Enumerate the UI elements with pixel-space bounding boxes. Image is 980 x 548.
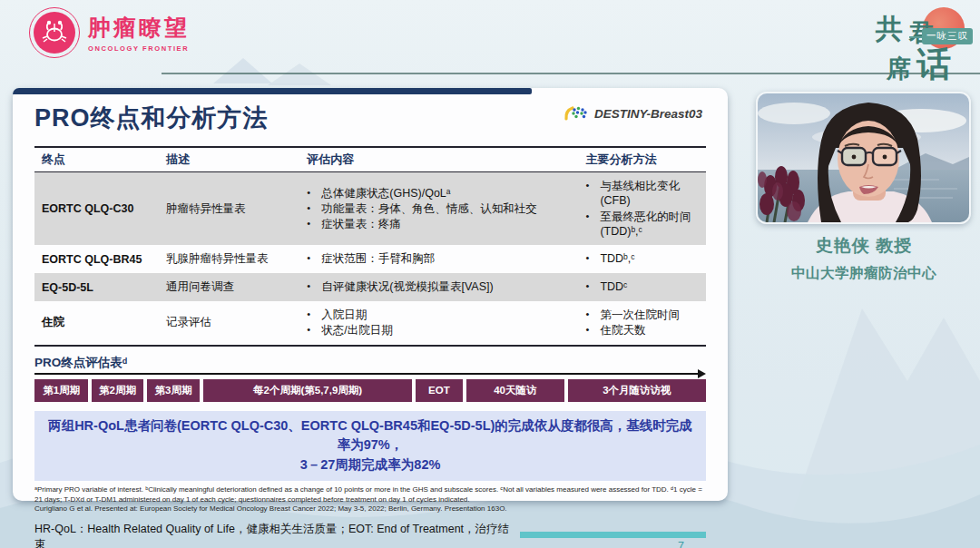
- speaker-portrait: [758, 93, 969, 222]
- timeline-box-cycle2: 第2周期: [92, 379, 142, 402]
- timeline-box-every2cycles: 每2个周期(第5,7,9周期): [203, 379, 412, 402]
- table-row: EORTC QLQ-BR45 乳腺肿瘤特异性量表 症状范围：手臂和胸部 TDDᵇ…: [34, 245, 706, 273]
- crab-badge-icon: [29, 7, 80, 58]
- key-message-box: 两组HR-QoL患者问卷(EORTC QLQ-C30、EORTC QLQ-BR4…: [34, 411, 706, 481]
- brand-title: 肿瘤瞭望: [88, 13, 190, 43]
- timeline-title: PRO终点评估表ᵈ: [34, 355, 706, 371]
- timeline-box-eot: EOT: [416, 379, 463, 402]
- col-header-methods: 主要分析方法: [578, 148, 706, 171]
- brand-subtitle: ONCOLOGY FRONTIER: [88, 44, 190, 53]
- program-banner: 一咏三叹: [922, 28, 973, 44]
- program-logo: 共 君 席 话 一咏三叹: [835, 0, 980, 95]
- timeline-box-cycle1: 第1周期: [34, 379, 88, 402]
- col-header-endpoint: 终点: [34, 148, 159, 171]
- page-number: 7: [520, 540, 706, 548]
- program-char-3: 席: [887, 53, 911, 85]
- reference-text: Curigliano G et al. Presented at: Europe…: [34, 504, 706, 514]
- col-header-description: 描述: [159, 148, 299, 171]
- footnote-text: ᵃPrimary PRO variable of interest. ᵇClin…: [34, 485, 706, 505]
- timeline-box-3month-followup: 3个月随访访视: [568, 379, 706, 402]
- presentation-slide: PRO终点和分析方法 DESTINY-Breast03 终点 描述 评估内容: [13, 88, 728, 501]
- table-row: EQ-5D-5L 通用问卷调查 自评健康状况(视觉模拟量表[VAS]) TDDᶜ: [34, 273, 706, 301]
- table-row: EORTC QLQ-C30 肿瘤特异性量表 总体健康状态(GHS)/QoLᵃ 功…: [34, 172, 706, 245]
- timeline-boxes: 第1周期 第2周期 第3周期 每2个周期(第5,7,9周期) EOT 40天随访…: [34, 379, 706, 402]
- timeline-arrow: [34, 373, 701, 375]
- speaker-name: 史艳侠 教授: [751, 234, 976, 258]
- program-char-1: 共: [876, 11, 903, 48]
- col-header-content: 评估内容: [299, 148, 578, 171]
- speaker-affiliation: 中山大学肿瘤防治中心: [751, 264, 976, 283]
- speaker-video-feed: [756, 92, 971, 224]
- oncology-frontier-logo: 肿瘤瞭望 ONCOLOGY FRONTIER: [29, 7, 190, 58]
- study-logo-label: DESTINY-Breast03: [594, 107, 702, 121]
- pro-endpoints-table: 终点 描述 评估内容 主要分析方法 EORTC QLQ-C30 肿瘤特异性量表 …: [34, 146, 706, 347]
- table-row: 住院 记录评估 入院日期 状态/出院日期 第一次住院时间 住院天数: [34, 301, 706, 345]
- abbreviations-text: HR-QoL：Health Related Quality of Life，健康…: [34, 522, 520, 548]
- program-char-4: 话: [916, 42, 951, 88]
- speaker-caption: 史艳侠 教授 中山大学肿瘤防治中心: [751, 234, 976, 283]
- slide-title: PRO终点和分析方法: [34, 102, 269, 134]
- destiny-logo-icon: [564, 104, 589, 122]
- page-accent-bar: [520, 532, 706, 538]
- study-logo: DESTINY-Breast03: [564, 104, 702, 122]
- timeline-box-cycle3: 第3周期: [147, 379, 200, 402]
- timeline-box-40day-followup: 40天随访: [466, 379, 564, 402]
- table-header-row: 终点 描述 评估内容 主要分析方法: [34, 148, 706, 172]
- slide-top-accent-bar: [13, 88, 532, 94]
